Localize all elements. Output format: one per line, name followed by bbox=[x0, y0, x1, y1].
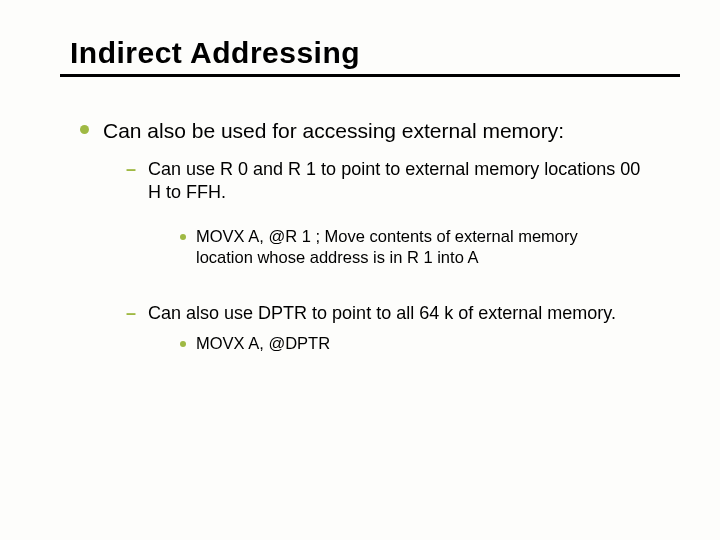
bullet-level3: MOVX A, @DPTR bbox=[180, 333, 682, 354]
disc-icon bbox=[80, 125, 89, 134]
bullet-text: MOVX A, @DPTR bbox=[196, 333, 330, 354]
slide-title: Indirect Addressing bbox=[70, 36, 682, 70]
bullet-text: Can also use DPTR to point to all 64 k o… bbox=[148, 302, 616, 325]
dash-icon: – bbox=[126, 302, 136, 324]
dash-icon: – bbox=[126, 158, 136, 180]
slide-body: Can also be used for accessing external … bbox=[70, 117, 682, 354]
bullet-level2: – Can use R 0 and R 1 to point to extern… bbox=[126, 158, 682, 204]
bullet-text: Can also be used for accessing external … bbox=[103, 117, 564, 144]
bullet-level3: MOVX A, @R 1 ; Move contents of external… bbox=[180, 226, 682, 268]
bullet-text: MOVX A, @R 1 ; Move contents of external… bbox=[196, 226, 616, 268]
disc-icon bbox=[180, 341, 186, 347]
disc-icon bbox=[180, 234, 186, 240]
bullet-level1: Can also be used for accessing external … bbox=[80, 117, 682, 144]
bullet-text: Can use R 0 and R 1 to point to external… bbox=[148, 158, 648, 204]
title-underline bbox=[60, 74, 680, 77]
bullet-level2: – Can also use DPTR to point to all 64 k… bbox=[126, 302, 682, 325]
slide: Indirect Addressing Can also be used for… bbox=[0, 0, 720, 354]
